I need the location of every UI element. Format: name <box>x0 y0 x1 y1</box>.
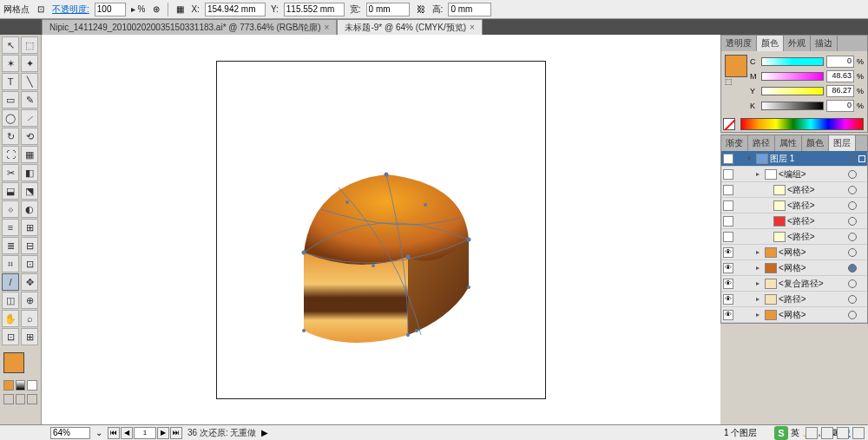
tool-button[interactable]: ✂ <box>2 164 19 181</box>
channel-slider[interactable] <box>761 72 824 81</box>
w-input[interactable] <box>366 3 410 16</box>
tool-button[interactable]: ⬓ <box>2 182 19 200</box>
trash-icon[interactable] <box>852 427 865 439</box>
disclosure-icon[interactable]: ▸ <box>756 170 763 178</box>
none-swatch[interactable] <box>723 118 735 130</box>
new-layer-icon[interactable] <box>837 427 849 439</box>
tab-attributes[interactable]: 属性 <box>775 135 802 151</box>
layer-row[interactable]: ▸<编组> <box>721 167 867 182</box>
cube-icon[interactable]: ⬚ <box>725 77 737 91</box>
layer-row[interactable]: <路径> <box>721 229 867 245</box>
tool-button[interactable]: ▭ <box>2 91 19 108</box>
target-ring[interactable] <box>848 311 857 319</box>
layer-row[interactable]: 👁▸<网格> <box>721 307 867 323</box>
tool-button[interactable]: ⛶ <box>2 146 19 163</box>
layer-row[interactable]: <路径> <box>721 213 867 229</box>
fill-stroke-swatch[interactable] <box>3 352 37 373</box>
y-input[interactable] <box>284 3 345 16</box>
canvas[interactable] <box>42 35 720 424</box>
tab-color[interactable]: 颜色 <box>757 36 784 51</box>
target-ring[interactable] <box>848 295 857 304</box>
visibility-icon[interactable]: 👁 <box>723 310 733 320</box>
nav-first-icon[interactable]: ⏮ <box>108 427 120 439</box>
tool-button[interactable]: ◐ <box>21 200 38 218</box>
nav-last-icon[interactable]: ⏭ <box>170 427 182 439</box>
tool-button[interactable]: ╲ <box>21 73 38 90</box>
tool-button[interactable]: ◫ <box>2 292 19 309</box>
visibility-icon[interactable]: 👁 <box>723 154 733 164</box>
tool-button[interactable]: ⊞ <box>21 219 38 236</box>
visibility-icon[interactable] <box>723 232 733 242</box>
visibility-icon[interactable]: 👁 <box>723 279 733 289</box>
target-ring[interactable] <box>848 154 857 163</box>
tool-button[interactable]: ≣ <box>2 237 19 254</box>
target-ring[interactable] <box>848 264 857 273</box>
x-input[interactable] <box>205 3 266 16</box>
screen-mode-normal[interactable] <box>3 394 14 404</box>
disclosure-icon[interactable]: ▸ <box>756 295 763 303</box>
target-ring[interactable] <box>848 233 857 241</box>
tab-stroke[interactable]: 描边 <box>811 36 838 51</box>
visibility-icon[interactable] <box>723 216 733 227</box>
disclosure-icon[interactable]: ▸ <box>756 264 763 272</box>
disclosure-icon[interactable]: ▸ <box>756 248 763 256</box>
target-ring[interactable] <box>848 201 857 210</box>
layer-row[interactable]: 👁▸<网格> <box>721 245 867 260</box>
channel-slider[interactable] <box>761 87 824 95</box>
opacity-label[interactable]: 不透明度: <box>52 3 89 16</box>
link-icon[interactable]: ⛓ <box>415 3 427 16</box>
tool-button[interactable]: ⟐ <box>2 200 19 218</box>
target-ring[interactable] <box>848 279 857 288</box>
visibility-icon[interactable]: 👁 <box>723 247 733 258</box>
tool-button[interactable]: T <box>2 73 19 90</box>
channel-value[interactable]: 0 <box>826 100 854 112</box>
tab-swatches[interactable]: 颜色 <box>802 135 829 151</box>
channel-value[interactable]: 86.27 <box>826 85 854 97</box>
channel-value[interactable]: 0 <box>826 56 854 68</box>
tool-button[interactable]: ≡ <box>2 219 19 236</box>
tab-transparency[interactable]: 透明度 <box>721 36 757 51</box>
visibility-icon[interactable] <box>723 169 733 180</box>
channel-slider[interactable] <box>761 102 824 110</box>
zoom-input[interactable]: 64% <box>50 427 90 439</box>
visibility-icon[interactable] <box>723 185 733 195</box>
tool-button[interactable]: ▦ <box>21 146 38 163</box>
nav-prev-icon[interactable]: ◀ <box>121 427 133 439</box>
target-ring[interactable] <box>848 248 857 257</box>
color-mode-none[interactable] <box>27 380 37 391</box>
opacity-input[interactable] <box>95 3 126 16</box>
layer-row[interactable]: 👁▸<复合路径> <box>721 276 867 292</box>
tool-button[interactable]: ↖ <box>2 36 19 54</box>
tool-button[interactable]: ✦ <box>21 55 38 72</box>
tab-layers[interactable]: 图层 <box>829 135 856 151</box>
tool-button[interactable]: ⊡ <box>2 328 19 345</box>
tool-button[interactable]: ⌗ <box>2 255 19 273</box>
visibility-icon[interactable]: 👁 <box>723 263 733 273</box>
h-input[interactable] <box>448 3 491 16</box>
layer-row[interactable]: 👁▾图层 1 <box>721 151 867 167</box>
play-icon[interactable]: ▶ <box>261 428 268 437</box>
screen-mode-pres[interactable] <box>27 394 37 404</box>
tool-button[interactable]: ⊡ <box>21 255 38 273</box>
target-ring[interactable] <box>848 186 857 194</box>
screen-mode-full[interactable] <box>16 394 26 404</box>
tool-button[interactable]: ✥ <box>21 273 38 291</box>
tab-pathfinder[interactable]: 路径 <box>748 135 775 151</box>
new-sublayer-icon[interactable] <box>821 427 833 439</box>
layer-row[interactable]: <路径> <box>721 198 867 213</box>
nav-next-icon[interactable]: ▶ <box>157 427 169 439</box>
disclosure-icon[interactable]: ▸ <box>756 279 763 287</box>
channel-value[interactable]: 48.63 <box>826 70 854 82</box>
style-icon[interactable]: ⊛ <box>150 3 162 16</box>
tab-doc-2[interactable]: 未标题-9* @ 64% (CMYK/预览)× <box>337 19 482 35</box>
tool-button[interactable]: ✋ <box>2 310 19 327</box>
tab-appearance[interactable]: 外观 <box>784 36 811 51</box>
tool-button[interactable]: ⟲ <box>21 128 38 145</box>
layer-row[interactable]: 👁▸<网格> <box>721 260 867 276</box>
visibility-icon[interactable] <box>723 200 733 211</box>
tool-button[interactable]: ⊞ <box>21 328 38 345</box>
zoom-dropdown-icon[interactable]: ⌄ <box>95 428 102 437</box>
channel-slider[interactable] <box>761 57 824 66</box>
visibility-icon[interactable]: 👁 <box>723 294 733 305</box>
target-ring[interactable] <box>848 170 857 179</box>
